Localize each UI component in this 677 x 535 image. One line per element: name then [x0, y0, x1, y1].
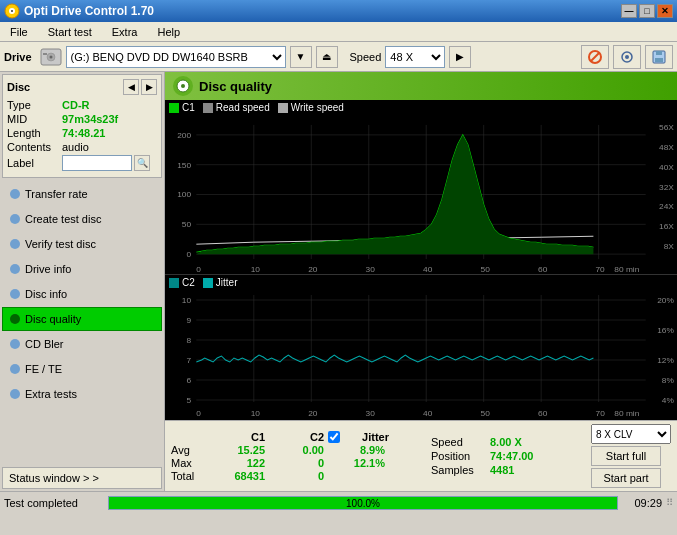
create-test-disc-icon [9, 213, 21, 225]
sidebar-item-disc-info[interactable]: Disc info [2, 282, 162, 306]
progress-label: 100.0% [346, 497, 380, 508]
max-c1: 122 [210, 457, 265, 469]
nav-label-cd-bler: CD Bler [25, 338, 64, 350]
close-button[interactable]: ✕ [657, 4, 673, 18]
svg-text:50: 50 [481, 409, 491, 418]
sidebar-item-fe-te[interactable]: FE / TE [2, 357, 162, 381]
disc-back-button[interactable]: ◀ [123, 79, 139, 95]
svg-text:4%: 4% [662, 396, 674, 405]
stats-c2-header: C2 [269, 431, 324, 443]
menu-file[interactable]: File [4, 25, 34, 39]
disc-forward-button[interactable]: ▶ [141, 79, 157, 95]
menu-extra[interactable]: Extra [106, 25, 144, 39]
svg-text:20: 20 [308, 265, 318, 274]
drive-eject-button[interactable]: ⏏ [316, 46, 338, 68]
nav-label-disc-info: Disc info [25, 288, 67, 300]
svg-text:80 min: 80 min [614, 265, 639, 274]
svg-text:16X: 16X [659, 222, 674, 231]
svg-text:24X: 24X [659, 203, 674, 212]
minimize-button[interactable]: — [621, 4, 637, 18]
nav-label-verify-test-disc: Verify test disc [25, 238, 96, 250]
chart-c1-svg: 200 150 100 50 0 56X 48X 40X 32X 24X 16X… [165, 115, 677, 274]
menu-help[interactable]: Help [151, 25, 186, 39]
speed-info-value: 8.00 X [490, 436, 522, 448]
svg-text:70: 70 [595, 265, 605, 274]
menu-start-test[interactable]: Start test [42, 25, 98, 39]
svg-text:40X: 40X [659, 163, 674, 172]
jitter-checkbox[interactable] [328, 431, 340, 443]
start-full-button[interactable]: Start full [591, 446, 661, 466]
avg-jitter: 8.9% [328, 444, 385, 456]
position-value: 74:47.00 [490, 450, 533, 462]
fe-te-icon [9, 363, 21, 375]
maximize-button[interactable]: □ [639, 4, 655, 18]
svg-text:20%: 20% [657, 296, 674, 305]
nav-label-transfer-rate: Transfer rate [25, 188, 88, 200]
svg-text:5: 5 [186, 396, 191, 405]
save-button[interactable] [645, 45, 673, 69]
max-jitter: 12.1% [328, 457, 385, 469]
test-speed-select[interactable]: 8 X CLV 16 X CLV 24 X CLV [591, 424, 671, 444]
speed-label: Speed [350, 51, 382, 63]
speed-go-button[interactable]: ▶ [449, 46, 471, 68]
svg-point-16 [10, 239, 20, 249]
drive-refresh-button[interactable]: ▼ [290, 46, 312, 68]
start-part-button[interactable]: Start part [591, 468, 661, 488]
read-speed-legend-box [203, 103, 213, 113]
mid-value: 97m34s23f [62, 113, 118, 125]
svg-point-18 [10, 289, 20, 299]
sidebar-item-verify-test-disc[interactable]: Verify test disc [2, 232, 162, 256]
svg-text:0: 0 [186, 250, 191, 259]
sidebar-item-drive-info[interactable]: Drive info [2, 257, 162, 281]
c2-legend-label: C2 [182, 277, 195, 288]
svg-line-8 [591, 53, 599, 61]
progress-bar: 100.0% [108, 496, 618, 510]
charts-area: C1 Read speed Write speed [165, 100, 677, 420]
contents-label: Contents [7, 141, 62, 153]
svg-text:70: 70 [595, 409, 605, 418]
disc-quality-header: Disc quality [165, 72, 677, 100]
time-label: 09:29 [622, 497, 662, 509]
svg-text:10: 10 [182, 296, 192, 305]
menu-bar: File Start test Extra Help [0, 22, 677, 42]
main-layout: Disc ◀ ▶ Type CD-R MID 97m34s23f Length … [0, 72, 677, 491]
sidebar: Disc ◀ ▶ Type CD-R MID 97m34s23f Length … [0, 72, 165, 491]
read-speed-legend-label: Read speed [216, 102, 270, 113]
svg-text:150: 150 [177, 161, 191, 170]
status-window-button[interactable]: Status window > > [2, 467, 162, 489]
sidebar-item-transfer-rate[interactable]: Transfer rate [2, 182, 162, 206]
avg-c2: 0.00 [269, 444, 324, 456]
type-value: CD-R [62, 99, 90, 111]
svg-text:8X: 8X [664, 242, 675, 251]
svg-text:60: 60 [538, 265, 548, 274]
settings-button[interactable] [613, 45, 641, 69]
sidebar-item-cd-bler[interactable]: CD Bler [2, 332, 162, 356]
c1-legend-label: C1 [182, 102, 195, 113]
svg-text:0: 0 [196, 409, 201, 418]
drive-bar: Drive (G:) BENQ DVD DD DW1640 BSRB ▼ ⏏ S… [0, 42, 677, 72]
title-bar: Opti Drive Control 1.70 — □ ✕ [0, 0, 677, 22]
svg-rect-6 [43, 53, 47, 55]
total-label: Total [171, 470, 206, 482]
drive-select[interactable]: (G:) BENQ DVD DD DW1640 BSRB [66, 46, 286, 68]
sidebar-item-disc-quality[interactable]: Disc quality [2, 307, 162, 331]
sidebar-item-extra-tests[interactable]: Extra tests [2, 382, 162, 406]
svg-text:12%: 12% [657, 356, 674, 365]
disc-label-input[interactable] [62, 155, 132, 171]
length-label: Length [7, 127, 62, 139]
disc-info-section: Disc ◀ ▶ Type CD-R MID 97m34s23f Length … [2, 74, 162, 178]
erase-button[interactable] [581, 45, 609, 69]
sidebar-item-create-test-disc[interactable]: Create test disc [2, 207, 162, 231]
max-c2: 0 [269, 457, 324, 469]
svg-point-14 [10, 189, 20, 199]
cd-bler-icon [9, 338, 21, 350]
disc-label-button[interactable]: 🔍 [134, 155, 150, 171]
chart-bottom-legend: C2 Jitter [165, 275, 677, 290]
status-window-label: Status window > > [9, 472, 99, 484]
svg-point-17 [10, 264, 20, 274]
resize-grip: ⠿ [666, 497, 673, 508]
speed-select[interactable]: 48 X [385, 46, 445, 68]
content-area: Disc quality C1 Read speed Write speed [165, 72, 677, 491]
write-speed-legend-label: Write speed [291, 102, 344, 113]
svg-text:0: 0 [196, 265, 201, 274]
